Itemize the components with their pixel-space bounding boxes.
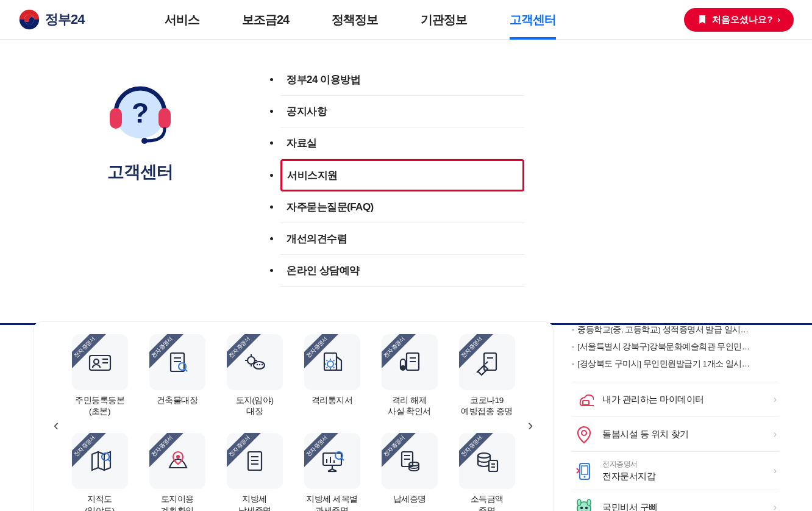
content-area: ‹ 주민등록등본(초본)건축물대장토지(임야)대장격리통지서격리 해제사실 확인… bbox=[0, 321, 812, 511]
carousel-next-button[interactable]: › bbox=[520, 415, 541, 435]
quick-link-text: 국민비서 구삐 bbox=[602, 502, 774, 512]
ribbon-badge bbox=[72, 433, 106, 467]
nav-policy[interactable]: 정책정보 bbox=[332, 1, 378, 39]
notice-list: 중등학교(중, 고등학교) 성적증명서 발급 일시… [서울특별시 강북구]강북… bbox=[572, 321, 779, 373]
ribbon-badge bbox=[227, 334, 261, 368]
service-card[interactable]: 지방세납세증명 bbox=[221, 433, 288, 511]
nav-support[interactable]: 고객센터 bbox=[510, 1, 556, 39]
mega-left: ? 고객센터 bbox=[0, 64, 280, 287]
ribbon-badge bbox=[149, 334, 183, 368]
notice-item[interactable]: [서울특별시 강북구]강북문화예술회관 무인민… bbox=[572, 338, 779, 356]
headset-question-icon: ? bbox=[101, 70, 180, 149]
service-card[interactable]: 주민등록등본(초본) bbox=[66, 334, 133, 417]
service-label: 지방세납세증명 bbox=[238, 494, 271, 511]
mega-item-faq[interactable]: 자주묻는질문(FAQ) bbox=[280, 191, 524, 223]
quick-link-item[interactable]: 국민비서 구삐› bbox=[572, 490, 779, 511]
ribbon-badge bbox=[382, 334, 416, 368]
mega-item-notice[interactable]: 공지사항 bbox=[280, 96, 524, 127]
pin-icon bbox=[574, 424, 594, 444]
chevron-right-icon: › bbox=[774, 394, 777, 405]
service-tile bbox=[227, 433, 283, 489]
logo-text: 정부24 bbox=[45, 10, 84, 29]
quick-link-text: 돌봄시설 등 위치 찾기 bbox=[602, 429, 774, 440]
mega-item-feedback[interactable]: 개선의견수렴 bbox=[280, 223, 524, 255]
quick-link-text: 전자증명서전자문서지갑 bbox=[602, 459, 774, 482]
mascot-icon bbox=[574, 498, 594, 511]
mega-menu: 정부24 이용방법 공지사항 자료실 서비스지원 자주묻는질문(FAQ) 개선의… bbox=[280, 64, 524, 287]
service-card[interactable]: 지방세 세목별과세증명 bbox=[299, 433, 365, 511]
service-tile bbox=[227, 334, 283, 390]
service-tile bbox=[459, 433, 515, 489]
chevron-right-icon: › bbox=[777, 15, 780, 24]
carousel-prev-button[interactable]: ‹ bbox=[46, 415, 66, 435]
svg-text:?: ? bbox=[132, 97, 149, 129]
first-visit-button[interactable]: 처음오셨나요? › bbox=[684, 8, 794, 32]
ribbon-badge bbox=[149, 433, 183, 467]
service-label: 격리통지서 bbox=[312, 395, 353, 406]
quick-link-item[interactable]: 전자증명서전자문서지갑› bbox=[572, 451, 779, 490]
service-tile bbox=[459, 334, 515, 390]
first-visit-label: 처음오셨나요? bbox=[712, 14, 772, 26]
service-card[interactable]: 건축물대장 bbox=[144, 334, 210, 417]
chevron-right-icon: › bbox=[774, 429, 777, 440]
service-label: 납세증명 bbox=[393, 494, 426, 505]
nav-subsidy24[interactable]: 보조금24 bbox=[242, 1, 289, 39]
ribbon-badge bbox=[459, 334, 493, 368]
chevron-right-icon: › bbox=[774, 502, 777, 511]
service-label: 토지이용계획확인 bbox=[161, 494, 194, 511]
service-card[interactable]: 격리통지서 bbox=[299, 334, 365, 417]
main-header: 정부24 서비스 보조금24 정책정보 기관정보 고객센터 처음오셨나요? › bbox=[0, 0, 812, 40]
mega-item-archive[interactable]: 자료실 bbox=[280, 127, 524, 159]
notice-item[interactable]: [경상북도 구미시] 무인민원발급기 1개소 일시… bbox=[572, 356, 779, 373]
ribbon-badge bbox=[304, 334, 338, 368]
service-label: 코로나19예방접종 증명 bbox=[461, 395, 512, 417]
mega-item-service-support[interactable]: 서비스지원 bbox=[280, 159, 524, 191]
service-label: 토지(임야)대장 bbox=[236, 395, 274, 417]
side-box: 중등학교(중, 고등학교) 성적증명서 발급 일시… [서울특별시 강북구]강북… bbox=[572, 321, 779, 511]
service-label: 격리 해제사실 확인서 bbox=[388, 395, 431, 417]
service-card[interactable]: 토지(임야)대장 bbox=[221, 334, 288, 417]
nav-org[interactable]: 기관정보 bbox=[421, 1, 467, 39]
service-label: 주민등록등본(초본) bbox=[75, 395, 124, 417]
mega-item-reservation[interactable]: 온라인 상담예약 bbox=[280, 255, 524, 287]
chevron-right-icon: › bbox=[774, 465, 777, 476]
logo[interactable]: 정부24 bbox=[18, 9, 146, 30]
service-card[interactable]: 토지이용계획확인 bbox=[144, 433, 210, 511]
ribbon-badge bbox=[382, 433, 416, 467]
service-grid: 주민등록등본(초본)건축물대장토지(임야)대장격리통지서격리 해제사실 확인서코… bbox=[66, 334, 520, 511]
service-tile bbox=[149, 334, 205, 390]
service-label: 건축물대장 bbox=[157, 395, 198, 406]
quick-link-item[interactable]: 내가 관리하는 마이데이터› bbox=[572, 382, 779, 416]
service-card[interactable]: 소득금액증명 bbox=[454, 433, 520, 511]
service-card[interactable]: 지적도(임야도) bbox=[66, 433, 133, 511]
quick-link-list: 내가 관리하는 마이데이터›돌봄시설 등 위치 찾기›전자증명서전자문서지갑›국… bbox=[572, 381, 779, 511]
ribbon-badge bbox=[72, 334, 106, 368]
service-card[interactable]: 코로나19예방접종 증명 bbox=[454, 334, 520, 417]
ribbon-badge bbox=[304, 433, 338, 467]
service-tile bbox=[304, 334, 360, 390]
ribbon-badge bbox=[459, 433, 493, 467]
service-card[interactable]: 납세증명 bbox=[376, 433, 443, 511]
service-tile bbox=[72, 334, 128, 390]
service-card[interactable]: 격리 해제사실 확인서 bbox=[376, 334, 443, 417]
service-label: 지적도(임야도) bbox=[85, 494, 115, 511]
mega-dropdown: ? 고객센터 정부24 이용방법 공지사항 자료실 서비스지원 자주묻는질문(F… bbox=[0, 40, 812, 325]
logo-icon bbox=[18, 9, 40, 30]
mega-title: 고객센터 bbox=[107, 160, 173, 184]
svg-point-5 bbox=[141, 138, 148, 144]
main-nav: 서비스 보조금24 정책정보 기관정보 고객센터 bbox=[146, 1, 684, 39]
nav-services[interactable]: 서비스 bbox=[165, 1, 199, 39]
service-label: 지방세 세목별과세증명 bbox=[306, 494, 357, 511]
quick-link-item[interactable]: 돌봄시설 등 위치 찾기› bbox=[572, 416, 779, 451]
ribbon-badge bbox=[227, 433, 261, 467]
notice-item[interactable]: 중등학교(중, 고등학교) 성적증명서 발급 일시… bbox=[572, 321, 779, 338]
service-tile bbox=[304, 433, 360, 489]
svg-rect-4 bbox=[158, 108, 171, 129]
quick-link-text: 내가 관리하는 마이데이터 bbox=[602, 394, 774, 406]
frequent-services-box: ‹ 주민등록등본(초본)건축물대장토지(임야)대장격리통지서격리 해제사실 확인… bbox=[33, 321, 554, 511]
bookmark-icon bbox=[697, 15, 707, 24]
service-tile bbox=[382, 433, 438, 489]
service-tile bbox=[72, 433, 128, 489]
mega-item-guide[interactable]: 정부24 이용방법 bbox=[280, 64, 524, 96]
service-tile bbox=[149, 433, 205, 489]
